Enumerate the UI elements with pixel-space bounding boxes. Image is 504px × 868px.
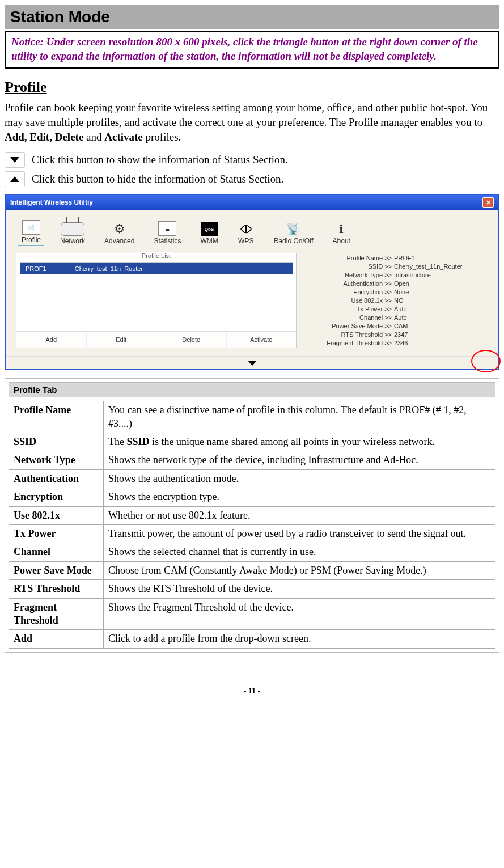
term-cell: RTS Threshold	[9, 580, 104, 598]
desc-cell: Click to add a profile from the drop-dow…	[104, 630, 495, 648]
tab-wps[interactable]: WPS	[234, 220, 258, 246]
detail-row: Profile Name >>PROF1	[301, 255, 488, 261]
detail-value: CAM	[394, 323, 408, 329]
profile-tab-box: Profile Tab Profile NameYou can see a di…	[5, 378, 499, 652]
desc-cell: Shows the authentication mode.	[104, 469, 495, 488]
activate-button[interactable]: Activate	[227, 332, 297, 348]
paragraph-text: Profile can book keeping your favorite w…	[5, 101, 488, 128]
detail-value: 2346	[394, 340, 408, 346]
table-row: AuthenticationShows the authentication m…	[9, 469, 495, 488]
detail-label: Power Save Mode >>	[301, 323, 394, 329]
detail-value: Infrastructure	[394, 272, 431, 278]
detail-value: NO	[394, 297, 404, 304]
term-cell: Power Save Mode	[9, 561, 104, 579]
tab-label: Network	[60, 237, 85, 245]
detail-value: Auto	[394, 306, 407, 312]
detail-value: Auto	[394, 314, 407, 321]
desc-cell: Shows the selected channel that is curre…	[104, 543, 495, 561]
profile-icon: 📄	[22, 220, 40, 235]
profile-tab-title: Profile Tab	[9, 382, 495, 397]
table-row: Profile NameYou can see a distinctive na…	[9, 401, 495, 433]
collapse-up-icon[interactable]	[5, 171, 25, 187]
detail-label: Profile Name >>	[301, 255, 394, 261]
profile-list-group: Profile List PROF1 Cherry_test_11n_Route…	[20, 257, 293, 331]
table-row: Power Save ModeChoose from CAM (Constant…	[9, 561, 495, 579]
detail-row: Use 802.1x >>NO	[301, 297, 488, 304]
expand-bar-wrap	[6, 356, 498, 369]
desc-cell: Shows the encryption type.	[104, 488, 495, 506]
tab-label: Statistics	[154, 237, 181, 245]
tab-label: Radio On/Off	[274, 237, 314, 245]
detail-value: 2347	[394, 331, 408, 338]
profile-panel: Profile List PROF1 Cherry_test_11n_Route…	[16, 253, 297, 348]
delete-button[interactable]: Delete	[156, 332, 227, 348]
tab-wmm[interactable]: QoS WMM	[197, 220, 221, 246]
profile-button-row: Add Edit Delete Activate	[16, 331, 296, 348]
table-row: ChannelShows the selected channel that i…	[9, 543, 495, 561]
profile-intro-paragraph: Profile can book keeping your favorite w…	[5, 100, 499, 144]
detail-label: SSID >>	[301, 263, 394, 270]
detail-panel: Profile Name >>PROF1 SSID >>Cherry_test_…	[301, 253, 488, 348]
app-window: Intelligent Wireless Utiltiy ✕ 📄 Profile…	[5, 194, 499, 370]
detail-value: Cherry_test_11n_Router	[394, 263, 462, 270]
desc-cell: Shows the network type of the device, in…	[104, 451, 495, 469]
tab-network[interactable]: Network	[57, 220, 88, 246]
table-row: Tx PowerTransmit power, the amount of po…	[9, 525, 495, 543]
triangle-up-icon	[10, 176, 19, 182]
table-row: Use 802.1xWhether or not use 802.1x feat…	[9, 506, 495, 524]
tab-statistics[interactable]: ≣ Statistics	[150, 219, 184, 246]
term-cell: Network Type	[9, 451, 104, 469]
detail-row: Fragment Threshold >>2346	[301, 340, 488, 346]
detail-row: Channel >>Auto	[301, 314, 488, 321]
paragraph-mid: and	[86, 131, 104, 143]
detail-row: Network Type >>Infrastructure	[301, 272, 488, 278]
edit-button[interactable]: Edit	[87, 332, 157, 348]
detail-row: RTS Threshold >>2347	[301, 331, 488, 338]
main-title-bar: Station Mode	[5, 5, 499, 29]
desc-cell: Shows the RTS Threshold of the device.	[104, 580, 495, 598]
add-button[interactable]: Add	[16, 332, 87, 348]
detail-value: PROF1	[394, 255, 415, 261]
detail-row: Encryption >>None	[301, 289, 488, 295]
radio-icon: 📡	[285, 222, 302, 236]
tab-about[interactable]: ℹ About	[329, 220, 354, 246]
app-title: Intelligent Wireless Utiltiy	[10, 198, 93, 206]
profile-row-ssid: Cherry_test_11n_Router	[75, 265, 143, 272]
term-cell: Encryption	[9, 488, 104, 506]
page-title: Station Mode	[10, 8, 494, 26]
desc-cell: Whether or not use 802.1x feature.	[104, 506, 495, 524]
profile-row-name: PROF1	[26, 265, 46, 272]
term-cell: Add	[9, 630, 104, 648]
desc-cell: You can see a distinctive name of profil…	[104, 401, 495, 433]
detail-label: Tx Power >>	[301, 306, 394, 312]
detail-label: Network Type >>	[301, 272, 394, 278]
tab-radio[interactable]: 📡 Radio On/Off	[270, 220, 317, 246]
app-body: 📄 Profile Network ⚙ Advanced ≣ Statistic…	[6, 210, 498, 356]
tab-profile[interactable]: 📄 Profile	[18, 218, 44, 246]
tab-advanced[interactable]: ⚙ Advanced	[101, 220, 138, 246]
term-cell: Channel	[9, 543, 104, 561]
detail-row: Tx Power >>Auto	[301, 306, 488, 312]
show-info-row: Click this button to show the informatio…	[5, 152, 499, 168]
detail-label: Authentication >>	[301, 280, 394, 287]
profile-list-label: Profile List	[138, 252, 174, 259]
term-cell: SSID	[9, 433, 104, 451]
table-row: SSIDThe SSID is the unique name shared a…	[9, 433, 495, 451]
show-info-text: Click this button to show the informatio…	[32, 154, 288, 166]
profile-row-selected[interactable]: PROF1 Cherry_test_11n_Router	[20, 263, 293, 274]
expand-down-icon[interactable]	[5, 152, 25, 168]
window-close-button[interactable]: ✕	[482, 197, 494, 208]
term-cell: Use 802.1x	[9, 506, 104, 524]
desc-cell: The SSID is the unique name shared among…	[104, 433, 495, 451]
table-row: Fragment ThresholdShows the Fragment Thr…	[9, 598, 495, 630]
table-row: RTS ThresholdShows the RTS Threshold of …	[9, 580, 495, 598]
table-row: Network TypeShows the network type of th…	[9, 451, 495, 469]
expand-bar[interactable]	[6, 356, 498, 369]
content-row: Profile List PROF1 Cherry_test_11n_Route…	[11, 253, 493, 348]
profile-tab-table: Profile NameYou can see a distinctive na…	[9, 401, 495, 648]
detail-value: Open	[394, 280, 409, 287]
hide-info-text: Click this button to hide the informatio…	[32, 173, 283, 185]
tab-label: About	[333, 237, 350, 245]
router-icon	[61, 222, 84, 236]
tab-label: Profile	[22, 236, 41, 244]
